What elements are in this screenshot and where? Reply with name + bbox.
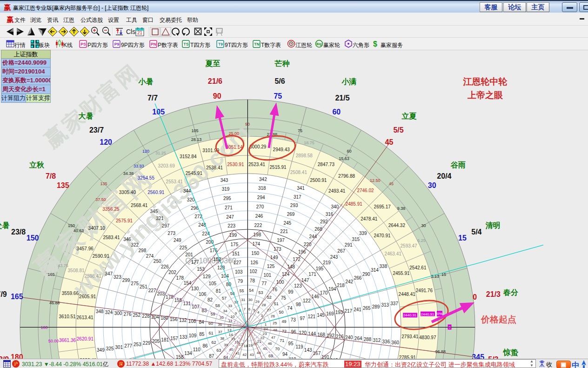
svg-text:175: 175	[231, 242, 239, 247]
svg-text:谷雨: 谷雨	[450, 161, 466, 169]
svg-text:225: 225	[180, 245, 187, 250]
svg-text:110: 110	[193, 347, 200, 352]
svg-text:205: 205	[152, 339, 160, 344]
svg-text:50.00: 50.00	[48, 339, 59, 343]
svg-text:12: 12	[227, 323, 231, 328]
svg-text:251: 251	[140, 284, 147, 289]
svg-text:241: 241	[354, 307, 361, 312]
svg-text:12.50: 12.50	[370, 178, 381, 183]
svg-text:2575.91: 2575.91	[116, 218, 133, 223]
svg-text:265: 265	[363, 306, 371, 311]
svg-text:193: 193	[335, 310, 343, 315]
svg-text:18.75: 18.75	[304, 141, 314, 145]
svg-text:34: 34	[223, 309, 227, 313]
svg-text:341: 341	[297, 186, 305, 191]
svg-text:7/9: 7/9	[0, 290, 7, 298]
svg-text:165: 165	[47, 272, 54, 277]
svg-text:244: 244	[309, 234, 317, 239]
svg-text:135: 135	[57, 181, 69, 189]
svg-text:6: 6	[248, 307, 251, 311]
svg-text:99: 99	[288, 289, 294, 294]
svg-text:104: 104	[221, 274, 229, 279]
svg-text:87: 87	[209, 354, 214, 359]
svg-text:122: 122	[303, 298, 311, 303]
svg-text:107: 107	[192, 304, 200, 309]
svg-text:28.13: 28.13	[191, 137, 202, 142]
svg-text:94: 94	[282, 352, 288, 357]
svg-text:18: 18	[243, 344, 247, 348]
svg-text:86: 86	[203, 343, 208, 348]
svg-text:319: 319	[222, 187, 230, 192]
svg-text:2560.91: 2560.91	[147, 190, 165, 195]
svg-text:267: 267	[337, 248, 345, 254]
svg-text:2949.43: 2949.43	[273, 147, 290, 152]
svg-text:2440.91: 2440.91	[421, 312, 434, 316]
svg-text:33: 33	[228, 304, 232, 308]
svg-text:29: 29	[255, 300, 260, 304]
svg-text:155: 155	[174, 298, 182, 303]
svg-text:194: 194	[328, 287, 336, 292]
svg-text:344: 344	[183, 188, 191, 194]
svg-text:343: 343	[220, 178, 228, 183]
svg-text:处暑: 处暑	[0, 221, 10, 229]
svg-text:75: 75	[274, 92, 282, 100]
svg-text:T9: T9	[218, 42, 223, 47]
svg-text:339: 339	[359, 231, 367, 236]
svg-text:340: 340	[331, 204, 339, 209]
svg-text:120: 120	[100, 138, 112, 146]
svg-text:46: 46	[268, 341, 272, 346]
svg-text:109: 109	[189, 333, 197, 338]
svg-text:95: 95	[288, 341, 294, 346]
svg-text:2593.47: 2593.47	[401, 243, 418, 248]
svg-text:174: 174	[252, 241, 260, 247]
svg-text:195: 195	[316, 266, 324, 271]
svg-text:128: 128	[217, 265, 225, 270]
svg-text:81: 81	[216, 288, 221, 294]
svg-text:15.63: 15.63	[339, 156, 349, 161]
svg-text:TS: TS	[184, 42, 189, 47]
svg-text:84: 84	[199, 320, 204, 325]
svg-text:23/7: 23/7	[89, 126, 104, 134]
svg-text:63: 63	[216, 348, 221, 353]
svg-text:200: 200	[206, 240, 214, 245]
svg-text:123: 123	[294, 283, 302, 288]
svg-text:71: 71	[280, 338, 284, 343]
svg-text:349: 349	[97, 348, 105, 353]
svg-text:143: 143	[304, 348, 312, 353]
svg-text:240: 240	[345, 335, 353, 340]
svg-text:2440.91: 2440.91	[403, 313, 417, 317]
svg-text:315: 315	[352, 237, 360, 242]
svg-text:271: 271	[225, 205, 233, 210]
svg-text:150: 150	[68, 223, 75, 228]
svg-text:221: 221	[280, 229, 288, 234]
svg-text:2470.91: 2470.91	[374, 233, 391, 238]
svg-text:246: 246	[255, 214, 263, 219]
svg-text:345: 345	[472, 353, 484, 359]
svg-text:274: 274	[146, 254, 154, 259]
svg-text:2583.41: 2583.41	[103, 235, 120, 240]
svg-text:2523.41: 2523.41	[248, 162, 266, 167]
svg-text:2793.41: 2793.41	[401, 334, 419, 339]
svg-text:294: 294	[257, 195, 265, 200]
svg-text:217: 217	[344, 308, 352, 314]
svg-text:181: 181	[161, 337, 169, 342]
svg-text:38: 38	[220, 336, 224, 341]
svg-text:243: 243	[330, 254, 338, 260]
svg-text:31: 31	[241, 298, 245, 302]
svg-text:2785.91: 2785.91	[399, 355, 416, 359]
svg-text:3508.81: 3508.81	[68, 268, 85, 273]
svg-text:19: 19	[248, 343, 253, 348]
svg-text:229: 229	[143, 341, 151, 346]
svg-text:105: 105	[191, 128, 198, 133]
svg-text:360: 360	[391, 340, 399, 345]
svg-text:249: 249	[174, 238, 181, 243]
svg-text:45: 45	[389, 181, 394, 186]
svg-text:57: 57	[222, 296, 227, 301]
svg-text:3407.10: 3407.10	[88, 226, 106, 231]
svg-text:314: 314	[371, 268, 379, 273]
svg-text:64: 64	[223, 355, 228, 359]
svg-text:62: 62	[211, 340, 216, 345]
svg-text:34.38: 34.38	[123, 171, 134, 176]
svg-text:2695.17: 2695.17	[374, 204, 391, 209]
svg-text:28: 28	[262, 303, 266, 307]
